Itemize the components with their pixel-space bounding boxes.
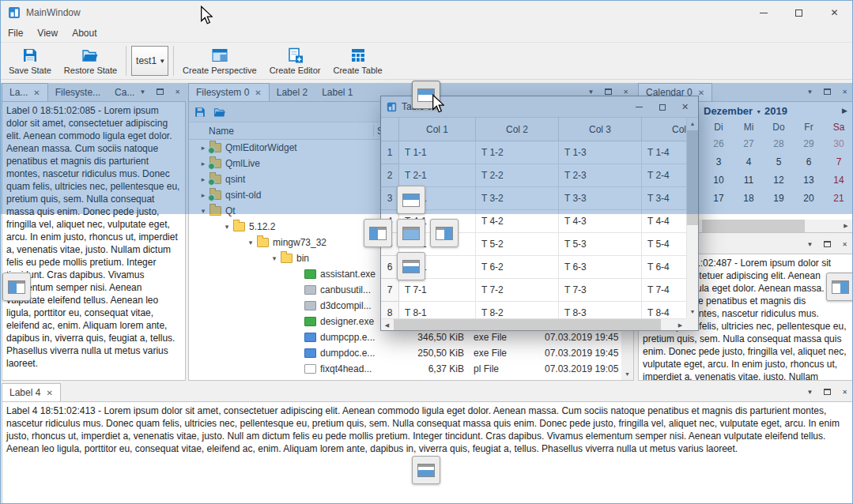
tab-close-icon[interactable]: ✕	[46, 389, 52, 397]
table-cell[interactable]: T 7-3	[559, 279, 642, 302]
column-divider[interactable]	[373, 125, 374, 137]
tree-row[interactable]: fixqt4head...6,37 KiBpl File07.03.2019 1…	[189, 361, 621, 377]
maximize-button[interactable]	[651, 99, 674, 115]
save-state-button[interactable]: Save State	[2, 43, 58, 79]
calendar-day[interactable]: 11	[734, 171, 764, 190]
calendar-day[interactable]: 14	[824, 171, 853, 190]
expander-expanded-icon[interactable]: ▾	[222, 223, 232, 231]
scrollbar-thumb[interactable]	[687, 130, 698, 225]
table-cell[interactable]: T 5-3	[559, 233, 642, 256]
calendar-day[interactable]: 28	[764, 135, 794, 153]
table-vertical-scrollbar[interactable]: ▲ ▼	[686, 118, 698, 318]
table-corner-button[interactable]	[381, 118, 399, 141]
dock-float-button[interactable]	[154, 85, 166, 98]
expander-collapsed-icon[interactable]: ▸	[198, 160, 208, 167]
table-cell[interactable]: T 7-1	[399, 279, 476, 302]
calendar-day[interactable]: 17	[704, 190, 734, 208]
scrollbar-thumb[interactable]	[702, 220, 805, 232]
calendar-next-icon[interactable]: ▶	[842, 107, 847, 115]
calendar-day[interactable]: 19	[764, 190, 794, 208]
table-horizontal-scrollbar[interactable]: ◀ ▶	[381, 318, 686, 330]
drop-indicator-split-top[interactable]	[397, 186, 425, 214]
tab-filesystem-1[interactable]: Filesyste...	[48, 84, 108, 101]
dock-close-button[interactable]: ✕	[172, 85, 183, 98]
table-cell[interactable]: T 3-3	[559, 187, 642, 210]
expander-collapsed-icon[interactable]: ▸	[198, 144, 208, 152]
table-column-header[interactable]: Col 3	[559, 118, 642, 141]
calendar-day[interactable]: 13	[794, 171, 824, 190]
table-cell[interactable]: T 4-2	[476, 210, 559, 233]
table-column-header[interactable]: Col 2	[476, 118, 559, 141]
table-cell[interactable]: T 4-3	[559, 210, 642, 233]
table-column-header[interactable]: Col 1	[399, 118, 476, 141]
dock-close-button[interactable]: ✕	[839, 238, 851, 250]
drop-indicator-split-left[interactable]	[364, 219, 392, 247]
expander-collapsed-icon[interactable]: ▸	[198, 175, 208, 183]
expander-expanded-icon[interactable]: ▾	[270, 254, 279, 262]
perspective-combobox[interactable]: test1 ▼	[131, 46, 168, 76]
calendar-day[interactable]: 21	[824, 190, 853, 208]
calendar-day[interactable]: 12	[764, 171, 794, 190]
tab-label-1[interactable]: Label 1	[315, 84, 360, 101]
drop-indicator-center[interactable]	[397, 219, 425, 247]
close-button[interactable]: ✕	[817, 1, 852, 24]
drop-indicator-left-edge[interactable]	[2, 273, 31, 301]
create-table-button[interactable]: Create Table	[326, 43, 388, 79]
scroll-up-icon[interactable]: ▲	[687, 118, 698, 130]
calendar-day[interactable]: 29	[794, 135, 824, 153]
tree-row[interactable]: dumpcpp.e...346,50 KiBexe File07.03.2019…	[189, 329, 621, 345]
drop-indicator-split-bottom[interactable]	[397, 252, 425, 280]
dock-float-button[interactable]	[821, 85, 833, 98]
table-row-header[interactable]: 2	[381, 164, 399, 187]
calendar-day[interactable]: 4	[734, 153, 764, 171]
scrollbar-thumb[interactable]	[394, 319, 661, 330]
column-header-name[interactable]: Name	[209, 126, 234, 137]
calendar-day[interactable]: 27	[734, 135, 764, 153]
folder-open-icon[interactable]	[213, 106, 226, 118]
table-cell[interactable]: T 1-1	[399, 141, 476, 164]
dock-menu-button[interactable]: ▼	[804, 85, 816, 98]
menu-about[interactable]: About	[65, 24, 104, 42]
tab-close-icon[interactable]: ✕	[33, 88, 40, 97]
tree-row[interactable]: dumpdoc.e...250,50 KiBexe File07.03.2019…	[189, 345, 621, 361]
maximize-button[interactable]	[781, 1, 817, 24]
tab-close-icon[interactable]: ✕	[255, 88, 261, 97]
expander-collapsed-icon[interactable]: ▸	[198, 191, 208, 199]
table-cell[interactable]: T 1-2	[476, 141, 559, 164]
dock-float-button[interactable]	[821, 238, 833, 250]
tab-label-2[interactable]: Label 2	[270, 84, 315, 101]
expander-expanded-icon[interactable]: ▾	[198, 207, 208, 215]
drop-indicator-bottom-edge[interactable]	[412, 456, 440, 484]
calendar-day[interactable]: 3	[704, 153, 734, 171]
tab-label-4[interactable]: Label 4 ✕	[2, 383, 61, 401]
calendar-day[interactable]: 20	[794, 190, 824, 208]
table-cell[interactable]: T 7-2	[476, 279, 559, 302]
tab-filesystem-0[interactable]: Filesystem 0 ✕	[188, 83, 270, 101]
tab-label-0[interactable]: La... ✕	[2, 83, 48, 101]
calendar-day[interactable]: 7	[824, 153, 853, 171]
expander-expanded-icon[interactable]: ▾	[246, 239, 255, 246]
menu-view[interactable]: View	[30, 24, 65, 42]
create-perspective-button[interactable]: Create Perspective	[176, 43, 263, 79]
scroll-right-icon[interactable]: ▶	[840, 220, 852, 232]
calendar-day[interactable]: 26	[704, 135, 734, 153]
close-button[interactable]: ✕	[674, 99, 696, 115]
scroll-left-icon[interactable]: ◀	[381, 319, 393, 331]
dock-float-button[interactable]	[821, 386, 833, 398]
dock-menu-button[interactable]: ▼	[804, 386, 816, 398]
table-cell[interactable]: T 6-2	[476, 256, 559, 279]
menu-file[interactable]: File	[1, 24, 30, 42]
dock-menu-button[interactable]: ▼	[137, 85, 149, 98]
table-cell[interactable]: T 2-3	[559, 164, 642, 187]
drop-indicator-right-edge[interactable]	[826, 273, 853, 301]
calendar-month-button[interactable]: Dezember	[704, 105, 753, 117]
table-cell[interactable]: T 1-3	[559, 141, 642, 164]
restore-state-button[interactable]: Restore State	[58, 43, 123, 79]
scroll-down-icon[interactable]: ▼	[621, 368, 633, 380]
floating-table-window[interactable]: Table 0 ✕ Col 1Col 2Col 3Col 4 1T 1-1T 1…	[380, 96, 699, 331]
calendar-day[interactable]: 18	[734, 190, 764, 208]
table-cell[interactable]: T 2-2	[476, 164, 559, 187]
table-cell[interactable]: T 5-2	[476, 233, 559, 256]
minimize-button[interactable]	[745, 1, 781, 24]
table-row-header[interactable]: 7	[381, 279, 399, 302]
